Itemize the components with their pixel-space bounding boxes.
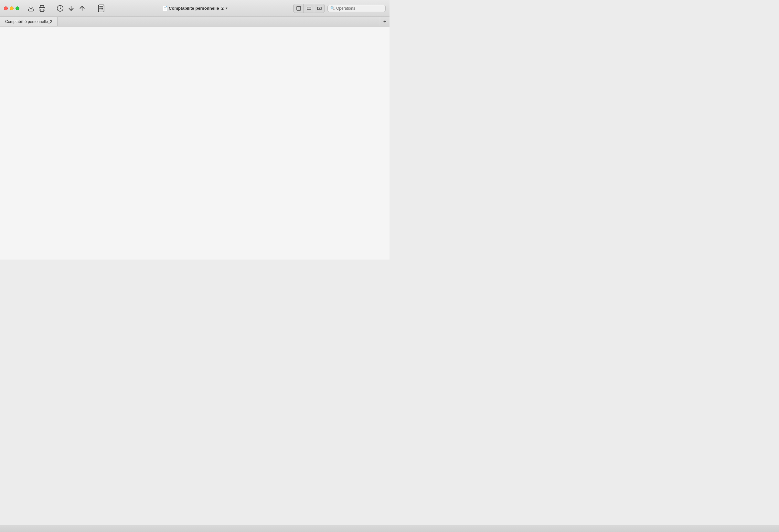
svg-rect-1	[41, 9, 44, 11]
add-tab-button[interactable]: +	[380, 17, 390, 26]
download-button[interactable]	[26, 3, 36, 13]
tab-main[interactable]: Comptabilité personnelle_2	[0, 17, 58, 26]
svg-rect-10	[100, 9, 101, 10]
svg-rect-6	[100, 6, 103, 7]
export-button[interactable]	[77, 3, 87, 13]
tabs-bar: Comptabilité personnelle_2 +	[0, 17, 390, 26]
window-title-text: Comptabilité personnelle_2	[169, 6, 224, 11]
main-content	[0, 26, 390, 259]
toolbar-right: 🔍	[293, 4, 385, 13]
traffic-lights	[4, 6, 19, 10]
maximize-button[interactable]	[15, 6, 19, 10]
title-chevron[interactable]: ▾	[226, 6, 227, 10]
svg-rect-9	[102, 8, 103, 9]
svg-rect-8	[101, 8, 102, 9]
history-button[interactable]	[55, 3, 65, 13]
download-icon	[27, 5, 35, 12]
tab-label: Comptabilité personnelle_2	[5, 19, 52, 24]
calculator-icon	[97, 4, 105, 13]
minimize-button[interactable]	[10, 6, 14, 10]
split-view-button[interactable]	[304, 4, 314, 13]
file-icon: 📄	[162, 6, 168, 11]
svg-rect-12	[102, 9, 103, 10]
close-button[interactable]	[4, 6, 8, 10]
calculator-button[interactable]	[95, 2, 107, 14]
fullscreen-icon	[317, 6, 321, 11]
sidebar-toggle-button[interactable]	[294, 4, 304, 13]
window-title: 📄 Comptabilité personnelle_2 ▾	[162, 6, 227, 11]
import-icon	[68, 5, 75, 12]
print-button[interactable]	[37, 3, 47, 13]
titlebar: 📄 Comptabilité personnelle_2 ▾	[0, 0, 390, 17]
search-input[interactable]	[336, 6, 383, 11]
svg-rect-11	[101, 9, 102, 10]
svg-rect-13	[297, 6, 301, 10]
print-icon	[39, 5, 46, 12]
sidebar-icon	[296, 6, 301, 11]
view-toggle	[293, 4, 325, 13]
toolbar-left	[26, 2, 107, 14]
search-icon: 🔍	[331, 6, 335, 10]
fullscreen-button[interactable]	[314, 4, 324, 13]
import-button[interactable]	[66, 3, 76, 13]
svg-rect-7	[100, 8, 101, 9]
split-view-icon	[307, 6, 311, 11]
export-icon	[78, 5, 86, 12]
history-icon	[57, 5, 64, 12]
search-field[interactable]: 🔍	[327, 5, 385, 12]
